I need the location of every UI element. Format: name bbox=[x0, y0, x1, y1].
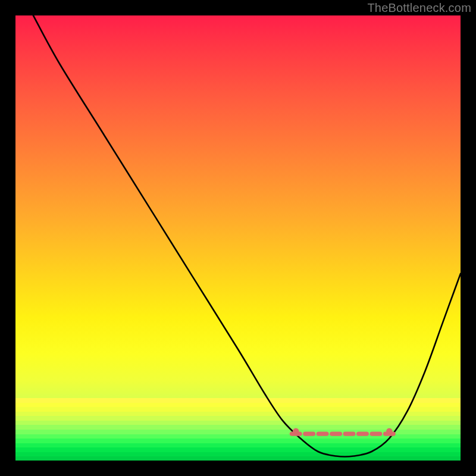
chart-svg bbox=[15, 15, 461, 461]
chart-container: TheBottleneck.com bbox=[0, 0, 476, 476]
flat-marker-end bbox=[386, 428, 392, 434]
plot-area bbox=[15, 15, 461, 461]
watermark-text: TheBottleneck.com bbox=[367, 1, 471, 15]
flat-zone-markers bbox=[292, 428, 394, 434]
curve-line bbox=[33, 15, 461, 456]
flat-marker-end bbox=[293, 428, 299, 434]
